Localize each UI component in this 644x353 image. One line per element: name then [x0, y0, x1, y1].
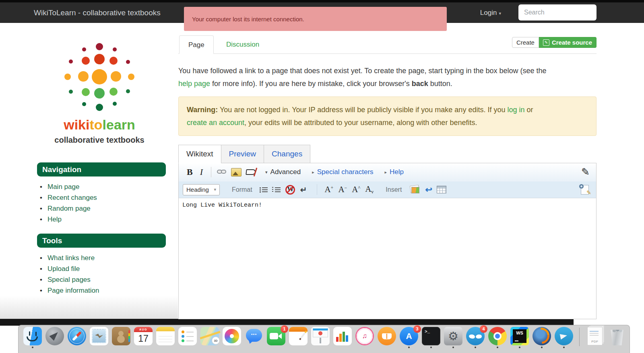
- create-account-link[interactable]: create an account: [187, 119, 244, 127]
- bulleted-list-icon[interactable]: [259, 187, 268, 193]
- dock-icon-photos[interactable]: [223, 327, 241, 345]
- dock-icon-keynote[interactable]: [311, 327, 330, 345]
- editor-toolbar-advanced: Heading▾ Format W ↵ A+ A− A^ Av Insert ↩…: [179, 181, 596, 198]
- heading-dropdown[interactable]: Heading▾: [183, 184, 220, 195]
- small-text-button[interactable]: A−: [338, 185, 347, 195]
- chevron-down-icon: ▾: [499, 11, 501, 16]
- help-page-link[interactable]: help page: [178, 80, 210, 88]
- advanced-section-toggle[interactable]: ▾Advanced: [265, 168, 301, 176]
- tab-changes[interactable]: Changes: [264, 145, 310, 163]
- link-icon[interactable]: [217, 169, 227, 175]
- gallery-icon[interactable]: [409, 185, 420, 194]
- table-icon[interactable]: [437, 186, 446, 193]
- dock-slot-telegram: [555, 327, 573, 348]
- main-content: Page Discussion Create ✎Create source Yo…: [178, 35, 597, 319]
- dock-icon-pages[interactable]: [289, 327, 308, 345]
- create-source-button[interactable]: ✎Create source: [539, 37, 597, 48]
- sidebar-section-navigation: Navigation: [37, 162, 166, 176]
- sidebar-item-special-pages[interactable]: Special pages: [47, 276, 91, 283]
- bold-button[interactable]: B: [184, 167, 196, 177]
- dock-icon-telegram[interactable]: [555, 327, 573, 345]
- dock-icon-trash[interactable]: [610, 328, 624, 345]
- dock-icon-webstorm[interactable]: WS: [510, 327, 529, 345]
- superscript-button[interactable]: A^: [352, 185, 360, 195]
- dock-icon-numbers[interactable]: [333, 327, 352, 345]
- dock-icon-notes[interactable]: [156, 327, 175, 345]
- special-characters-toggle[interactable]: ▸Special characters: [312, 168, 373, 176]
- running-indicator: [430, 347, 432, 348]
- list-item: Recent changes: [37, 192, 177, 203]
- itunes-glyph: ♫: [355, 327, 374, 345]
- sidebar-item-main-page[interactable]: Main page: [47, 183, 79, 191]
- format-label: Format: [232, 186, 252, 193]
- italic-button[interactable]: I: [196, 167, 207, 177]
- redirect-icon[interactable]: ↩: [425, 185, 432, 195]
- running-indicator: [452, 347, 454, 348]
- dock-icon-mail[interactable]: [90, 327, 108, 345]
- preview-edit-icon[interactable]: ✎: [579, 184, 591, 195]
- dock-icon-ibooks[interactable]: [378, 327, 396, 345]
- nowiki-letter: W: [287, 186, 294, 193]
- embedded-file-icon[interactable]: [231, 168, 242, 176]
- dock-icon-launchpad[interactable]: [45, 327, 64, 345]
- sidebar-item-upload-file[interactable]: Upload file: [47, 265, 80, 273]
- reference-book-icon[interactable]: [246, 168, 257, 176]
- dock-icon-messages[interactable]: •••: [245, 327, 263, 345]
- webstorm-glyph: WS: [510, 327, 529, 345]
- tab-page[interactable]: Page: [179, 35, 214, 54]
- dock-slot-contacts: [112, 327, 130, 348]
- sidebar-item-help[interactable]: Help: [47, 215, 62, 223]
- dock-icon-calendar[interactable]: AUG17: [134, 327, 153, 345]
- dock-icon-terminal[interactable]: >_: [422, 327, 440, 345]
- create-button[interactable]: Create: [512, 37, 539, 48]
- dock-slot-calendar: AUG17: [134, 327, 153, 348]
- system-preferences-glyph: ⚙: [444, 327, 462, 345]
- dock-icon-finder[interactable]: [23, 327, 42, 345]
- dock-icon-appstore[interactable]: A3: [400, 327, 418, 345]
- dock-slot-keynote: [311, 327, 330, 348]
- dock-icon-firefox[interactable]: [533, 327, 551, 345]
- dock-icon-safari[interactable]: [68, 327, 86, 345]
- logo-dots-icon: [61, 41, 138, 113]
- sidebar: wikitolearn collaborative textbooks Navi…: [0, 23, 177, 296]
- dock-icon-maps[interactable]: 3D: [200, 327, 219, 345]
- dock-separator: [579, 328, 580, 346]
- notification-badge: 1: [281, 325, 288, 333]
- nowiki-icon[interactable]: W: [285, 185, 295, 195]
- numbered-list-icon[interactable]: [272, 187, 281, 193]
- dock-icon-pdf-document[interactable]: PDF: [587, 327, 603, 345]
- magnifier-glyph: [579, 184, 584, 189]
- chevron-down-icon: ▾: [214, 187, 216, 192]
- tab-preview[interactable]: Preview: [221, 145, 264, 163]
- site-title[interactable]: WikiToLearn - collaborative textbooks: [34, 2, 161, 23]
- dock-slot-mail: [90, 327, 108, 348]
- running-indicator: [408, 347, 410, 348]
- subscript-button[interactable]: Av: [365, 184, 374, 195]
- sidebar-item-random-page[interactable]: Random page: [47, 205, 91, 212]
- help-toggle[interactable]: ▸Help: [385, 168, 404, 176]
- dock-icon-reminders[interactable]: [178, 327, 197, 345]
- dock-slot-photos: [223, 327, 241, 348]
- dock-icon-facetime[interactable]: 1: [267, 327, 285, 345]
- dock-icon-franz[interactable]: 4: [466, 327, 485, 345]
- big-text-button[interactable]: A+: [324, 185, 333, 195]
- dock-slot-facetime: 1: [267, 327, 285, 348]
- dock-slot-numbers: [333, 327, 352, 348]
- dock-icon-system-preferences[interactable]: ⚙: [444, 327, 462, 345]
- pencil-icon: ✎: [581, 166, 590, 178]
- dock-icon-chrome[interactable]: [488, 327, 507, 345]
- sidebar-item-what-links-here[interactable]: What links here: [47, 254, 95, 262]
- dock-slot-finder: [23, 327, 42, 348]
- log-in-link[interactable]: log in: [507, 106, 524, 114]
- tab-wikitext[interactable]: Wikitext: [178, 145, 221, 163]
- sidebar-item-page-information[interactable]: Page information: [47, 287, 99, 294]
- wikitext-editor[interactable]: Long Live WikiToLearn!: [179, 198, 596, 319]
- login-menu[interactable]: Login▾: [480, 2, 501, 24]
- tab-discussion[interactable]: Discussion: [217, 35, 269, 53]
- dock-icon-contacts[interactable]: [112, 327, 130, 345]
- dock-icon-itunes[interactable]: ♫: [355, 327, 374, 345]
- search-input[interactable]: [518, 4, 597, 21]
- running-indicator: [32, 347, 33, 348]
- newline-icon[interactable]: ↵: [300, 185, 307, 195]
- sidebar-item-recent-changes[interactable]: Recent changes: [47, 194, 97, 201]
